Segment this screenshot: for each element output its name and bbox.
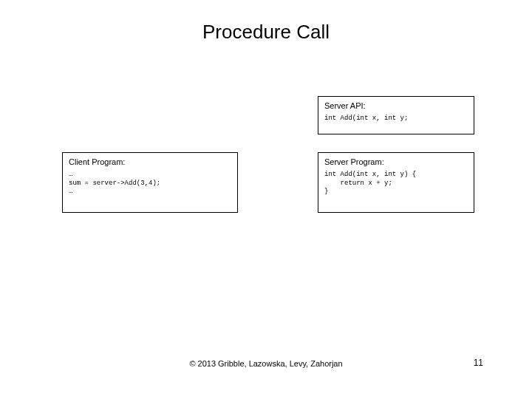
- server-api-code: int Add(int x, int y;: [324, 115, 468, 123]
- client-program-title: Client Program:: [69, 157, 231, 166]
- client-program-code: … sum = server->Add(3,4); …: [69, 171, 231, 197]
- client-program-box: Client Program: … sum = server->Add(3,4)…: [62, 152, 238, 213]
- server-program-box: Server Program: int Add(int x, int y) { …: [318, 152, 474, 213]
- server-api-title: Server API:: [324, 101, 468, 110]
- slide-title: Procedure Call: [0, 21, 532, 44]
- footer-copyright: © 2013 Gribble, Lazowska, Levy, Zahorjan: [0, 359, 532, 368]
- server-program-title: Server Program:: [324, 157, 468, 166]
- server-program-code: int Add(int x, int y) { return x + y; }: [324, 171, 468, 197]
- page-number: 11: [474, 358, 483, 368]
- server-api-box: Server API: int Add(int x, int y;: [318, 96, 474, 134]
